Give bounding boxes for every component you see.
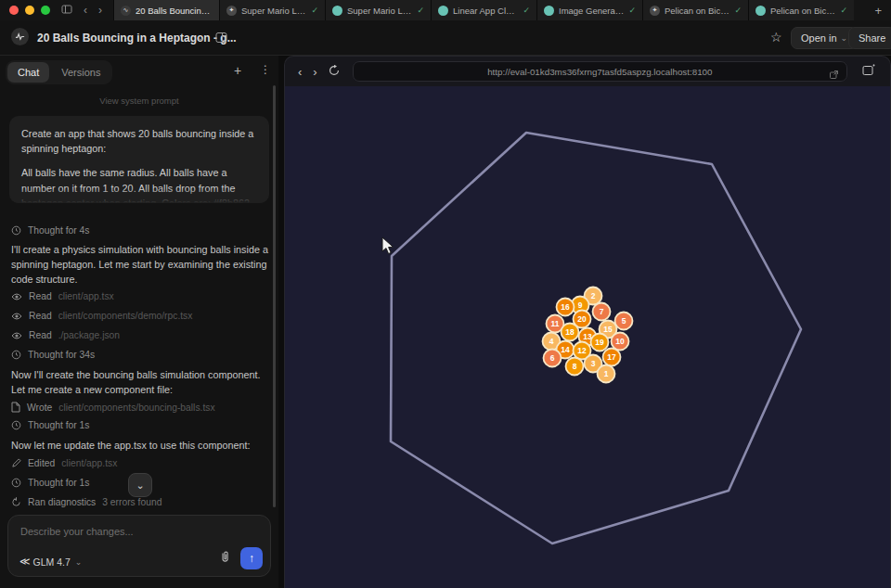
minimize-window-button[interactable] <box>25 6 34 15</box>
file-path: client/app.tsx <box>58 291 114 301</box>
ball-number: 2 <box>591 291 596 300</box>
read-file-row[interactable]: Read client/app.tsx <box>11 291 114 301</box>
user-message-para2: All balls have the same radius. All ball… <box>21 165 257 203</box>
read-label: Read <box>29 311 52 321</box>
share-button[interactable]: Share <box>848 27 891 49</box>
edited-label: Edited <box>28 458 55 468</box>
browser-back-icon[interactable]: ‹ <box>292 65 307 79</box>
thought-row[interactable]: Thought for 1s <box>11 420 89 430</box>
message-composer[interactable]: Describe your changes... ≪ GLM 4.7 ⌄ ↑ <box>7 515 271 577</box>
browser-refresh-icon[interactable] <box>323 65 345 79</box>
file-path: client/components/demo/rpc.tsx <box>58 311 193 321</box>
simulation-canvas: 2916720511151813410191412617381 <box>285 86 891 588</box>
tab-versions[interactable]: Versions <box>51 62 110 83</box>
tab-label: Pelican on Bicyc... <box>665 6 730 16</box>
user-message-para1: Create an app that shows 20 balls bounci… <box>21 126 257 156</box>
ball-number: 1 <box>604 369 609 378</box>
send-button[interactable]: ↑ <box>240 547 263 569</box>
wrote-file-row[interactable]: Wrote client/components/bouncing-balls.t… <box>11 402 215 413</box>
ball-number: 5 <box>622 316 626 326</box>
model-name: GLM 4.7 <box>33 556 71 568</box>
diagnostics-detail: 3 errors found <box>102 497 161 507</box>
browser-tab[interactable]: ✦Pelican on Bicyc...✓ <box>642 0 748 20</box>
preview-browser: ‹ › http://eval-01kd3ms36fxrng7tasfd5asp… <box>284 56 891 588</box>
browser-tab[interactable]: ✦Super Mario Lev...✓ <box>219 0 325 20</box>
globe-icon <box>332 6 342 16</box>
ball-number: 9 <box>578 300 583 310</box>
open-in-chevron-icon: ⌄ <box>841 33 848 43</box>
tab-chat[interactable]: Chat <box>7 62 49 83</box>
file-path: client/app.tsx <box>61 458 117 468</box>
new-chat-button[interactable]: + <box>234 63 241 78</box>
browser-forward-icon[interactable]: › <box>307 65 322 79</box>
ball-number: 4 <box>549 337 554 346</box>
scroll-to-bottom-button[interactable]: ⌄ <box>128 473 152 497</box>
close-window-button[interactable] <box>9 6 19 15</box>
tab-bar: ‹ › ∿20 Balls Bouncing i...✦Super Mario … <box>0 0 891 20</box>
browser-toolbar: ‹ › http://eval-01kd3ms36fxrng7tasfd5asp… <box>285 57 890 86</box>
history-forward-icon[interactable]: › <box>98 4 102 17</box>
browser-tab[interactable]: ∿20 Balls Bouncing i... <box>113 0 219 20</box>
title-chevron-down-icon[interactable]: ⌄ <box>197 32 205 44</box>
waveform-icon: ∿ <box>121 6 131 16</box>
diagnostics-label: Ran diagnostics <box>28 497 96 507</box>
file-path: ./package.json <box>58 330 120 340</box>
composer-placeholder: Describe your changes... <box>20 526 134 537</box>
app-window: ‹ › ∿20 Balls Bouncing i...✦Super Mario … <box>0 0 891 588</box>
page-title: 20 Balls Bouncing in a Heptagon - g... <box>37 32 237 45</box>
thought-row[interactable]: Thought for 4s <box>11 225 89 236</box>
favorite-star-icon[interactable]: ☆ <box>770 30 782 45</box>
user-message-card: Create an app that shows 20 balls bounci… <box>9 116 269 203</box>
tab-check-icon: ✓ <box>628 6 636 15</box>
model-chevron-icon: ⌄ <box>75 557 83 567</box>
thought-label: Thought for 34s <box>28 350 95 360</box>
thought-row[interactable]: Thought for 1s <box>11 478 89 488</box>
open-new-window-icon[interactable] <box>857 64 881 79</box>
open-external-icon[interactable] <box>829 67 839 83</box>
tab-check-icon: ✓ <box>523 6 530 15</box>
globe-icon <box>755 6 766 16</box>
ball-number: 6 <box>550 353 555 363</box>
model-selector[interactable]: ≪ GLM 4.7 ⌄ <box>19 556 82 568</box>
ball-number: 10 <box>615 337 625 346</box>
history-back-icon[interactable]: ‹ <box>84 4 87 17</box>
url-bar[interactable]: http://eval-01kd3ms36fxrng7tasfd5aspzg.l… <box>353 61 847 82</box>
new-tab-button[interactable]: + <box>865 4 891 18</box>
read-label: Read <box>29 330 52 340</box>
edited-file-row[interactable]: Edited client/app.tsx <box>11 458 117 468</box>
tab-label: Super Mario Lev... <box>241 6 306 16</box>
thought-label: Thought for 1s <box>28 420 89 430</box>
browser-tab[interactable]: Pelican on Bicyc...✓ <box>748 0 854 20</box>
ball-number: 14 <box>561 345 570 354</box>
chat-menu-kebab-icon[interactable]: ⋮ <box>260 63 271 76</box>
glm-logo-icon: ≪ <box>19 556 29 568</box>
project-avatar-icon <box>11 28 29 45</box>
assistant-paragraph: Now I'll create the bouncing balls simul… <box>11 367 269 397</box>
attach-paperclip-icon[interactable] <box>219 550 231 567</box>
globe-icon <box>544 6 554 16</box>
browser-tab[interactable]: Image Generatio...✓ <box>536 0 642 20</box>
browser-tab[interactable]: Super Mario Lev...✓ <box>325 0 431 20</box>
zoom-window-button[interactable] <box>41 6 50 15</box>
thought-row[interactable]: Thought for 34s <box>11 350 95 360</box>
split-view-icon[interactable] <box>215 31 227 47</box>
diagnostics-row[interactable]: Ran diagnostics 3 errors found <box>11 497 161 507</box>
tab-label: Pelican on Bicyc... <box>770 6 835 16</box>
sparkle-icon: ✦ <box>650 6 660 16</box>
assistant-paragraph: Now let me update the app.tsx to use thi… <box>11 438 269 453</box>
read-file-row[interactable]: Read client/components/demo/rpc.tsx <box>11 311 192 321</box>
file-path: client/components/bouncing-balls.tsx <box>58 403 214 413</box>
globe-icon <box>438 6 448 16</box>
ball-number: 20 <box>577 314 587 324</box>
ball-number: 15 <box>603 325 613 334</box>
ball-number: 3 <box>591 359 596 368</box>
browser-tab[interactable]: Linear App Clon...✓ <box>431 0 536 20</box>
view-system-prompt-link[interactable]: View system prompt <box>0 96 278 106</box>
chat-scrollbar[interactable] <box>273 85 276 507</box>
tab-label: 20 Balls Bouncing i... <box>136 6 213 16</box>
read-file-row[interactable]: Read ./package.json <box>11 330 120 340</box>
read-label: Read <box>29 291 52 301</box>
sidebar-toggle-icon[interactable] <box>61 4 72 18</box>
traffic-lights[interactable] <box>9 6 50 15</box>
chat-panel: Chat Versions + ⋮ View system prompt Cre… <box>0 56 278 588</box>
